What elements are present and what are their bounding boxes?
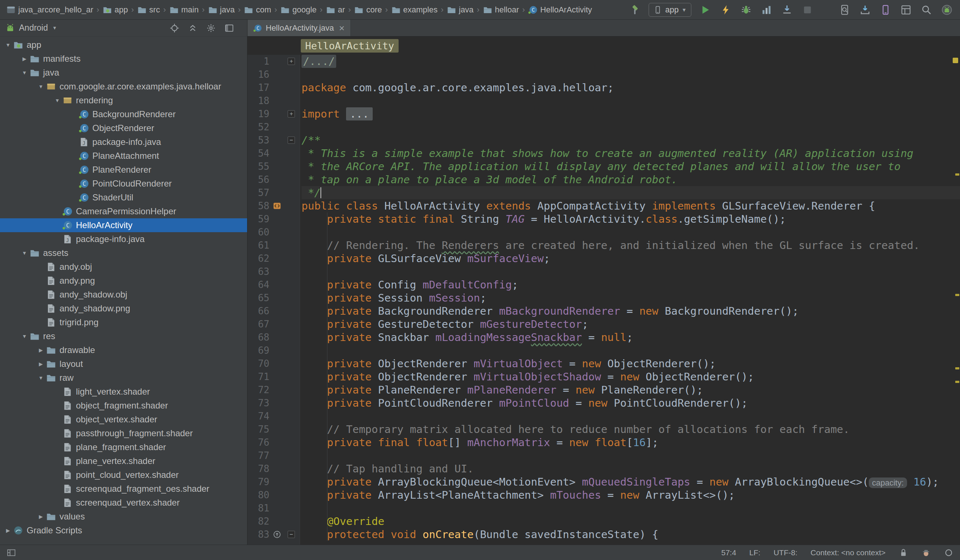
warning-stripe-mark[interactable] — [955, 367, 959, 370]
tree-item[interactable]: ▼java — [0, 66, 247, 80]
inspections-profile-icon[interactable] — [921, 548, 931, 557]
gutter[interactable]: 1+16171819+5253−545556575859606162636465… — [248, 55, 300, 545]
context-widget[interactable]: Context: <no context> — [811, 548, 886, 557]
code-line[interactable] — [301, 449, 960, 462]
gutter-line[interactable]: 57 — [248, 186, 300, 199]
tree-item[interactable]: ▼app — [0, 38, 247, 52]
tree-item[interactable]: ▼rendering — [0, 93, 247, 107]
toolwindow-switcher-icon[interactable] — [6, 548, 16, 557]
line-number[interactable]: 71 — [250, 371, 269, 382]
write-access-lock-icon[interactable] — [899, 548, 908, 557]
warning-stripe-mark[interactable] — [955, 381, 959, 383]
chevron-down-icon[interactable]: ▼ — [4, 42, 13, 48]
code-line[interactable]: private ArrayList<PlaneAttachment> mTouc… — [301, 488, 960, 502]
code-line[interactable]: // Tap handling and UI. — [301, 462, 960, 475]
chevron-right-icon[interactable]: ▶ — [37, 361, 45, 367]
line-number[interactable]: 69 — [250, 345, 269, 356]
code-line[interactable]: /** — [301, 134, 960, 147]
warning-stripe-mark[interactable] — [955, 173, 959, 176]
breadcrumb-item[interactable]: ar — [325, 5, 346, 14]
line-number[interactable]: 78 — [250, 463, 269, 474]
breadcrumb-item[interactable]: java_arcore_hello_ar — [5, 5, 94, 14]
line-number[interactable]: 73 — [250, 398, 269, 408]
line-number[interactable]: 18 — [250, 95, 269, 106]
gutter-line[interactable]: 64 — [248, 278, 300, 291]
project-view-selector[interactable]: Android — [19, 23, 48, 33]
tree-item[interactable]: ▼raw — [0, 371, 247, 385]
gutter-line[interactable]: 78 — [248, 462, 300, 475]
line-number[interactable]: 81 — [250, 503, 269, 514]
line-number[interactable]: 70 — [250, 358, 269, 369]
tree-item[interactable]: andy.obj — [0, 260, 247, 274]
line-number[interactable]: 57 — [250, 187, 269, 198]
line-number[interactable]: 52 — [250, 122, 269, 133]
code-line[interactable]: private ObjectRenderer mVirtualObject = … — [301, 357, 960, 370]
code-line[interactable]: private ObjectRenderer mVirtualObjectSha… — [301, 370, 960, 383]
line-number[interactable]: 64 — [250, 279, 269, 290]
tree-item[interactable]: ▶values — [0, 510, 247, 523]
assistant-button[interactable] — [940, 3, 954, 16]
tree-item[interactable]: CBackgroundRenderer — [0, 107, 247, 121]
line-number[interactable]: 72 — [250, 384, 269, 395]
line-number[interactable]: 68 — [250, 332, 269, 343]
run-config-selector[interactable]: app▼ — [649, 3, 691, 17]
tree-item[interactable]: andy.png — [0, 274, 247, 288]
tree-item[interactable]: CCameraPermissionHelper — [0, 205, 247, 218]
code-line[interactable] — [301, 226, 960, 239]
tree-item[interactable]: trigrid.png — [0, 315, 247, 329]
apply-changes-button[interactable] — [719, 3, 732, 16]
chevron-right-icon[interactable]: ▶ — [20, 56, 29, 62]
line-number[interactable]: 76 — [250, 437, 269, 448]
gutter-line[interactable]: 56 — [248, 173, 300, 186]
chevron-down-icon[interactable]: ▼ — [53, 98, 62, 103]
encoding-widget[interactable]: UTF-8: — [773, 548, 797, 557]
tree-item[interactable]: object_vertex.shader — [0, 413, 247, 426]
code-line[interactable] — [301, 410, 960, 423]
line-number[interactable]: 59 — [250, 214, 269, 224]
code-line[interactable]: * tap on a plane to place a 3d model of … — [301, 173, 960, 186]
code-line[interactable]: protected void onCreate(Bundle savedInst… — [301, 528, 960, 541]
tree-item[interactable]: CHelloArActivity — [0, 218, 247, 232]
tree-item[interactable]: CObjectRenderer — [0, 121, 247, 135]
hide-panel-icon[interactable] — [224, 23, 234, 33]
tree-item[interactable]: Jpackage-info.java — [0, 232, 247, 246]
background-tasks-icon[interactable] — [944, 548, 954, 557]
tree-item[interactable]: light_vertex.shader — [0, 385, 247, 398]
device-file-explorer-button[interactable] — [879, 3, 892, 16]
override-marker-icon[interactable] — [273, 530, 282, 539]
tree-item[interactable]: CPlaneRenderer — [0, 163, 247, 177]
gutter-line[interactable]: 59 — [248, 213, 300, 226]
tree-item[interactable]: screenquad_vertex.shader — [0, 496, 247, 510]
line-number[interactable]: 54 — [250, 148, 269, 159]
inspection-indicator[interactable] — [953, 58, 958, 63]
code-line[interactable]: public class HelloArActivity extends App… — [301, 199, 960, 213]
gutter-line[interactable]: 80 — [248, 488, 300, 502]
warning-stripe-mark[interactable] — [955, 294, 959, 296]
sdk-manager-button[interactable] — [859, 3, 872, 16]
build-hammer-button[interactable] — [628, 3, 642, 16]
breadcrumb-item[interactable]: app — [101, 5, 129, 14]
device-monitor-button[interactable] — [838, 3, 851, 16]
code-lines[interactable]: /.../package com.google.ar.core.examples… — [300, 55, 960, 545]
code-line[interactable]: // Rendering. The Renderers are created … — [301, 239, 960, 252]
code-line[interactable]: private GLSurfaceView mSurfaceView; — [301, 252, 960, 265]
line-number[interactable]: 17 — [250, 82, 269, 93]
line-number[interactable]: 67 — [250, 319, 269, 330]
code-line[interactable]: private PointCloudRenderer mPointCloud =… — [301, 397, 960, 410]
gutter-line[interactable]: 53− — [248, 134, 300, 147]
tree-item[interactable]: ▶layout — [0, 357, 247, 371]
fold-minus-icon[interactable]: − — [288, 136, 295, 144]
code-line[interactable]: private static final String TAG = HelloA… — [301, 213, 960, 226]
code-line[interactable]: package com.google.ar.core.examples.java… — [301, 81, 960, 94]
gutter-line[interactable]: 62 — [248, 252, 300, 265]
tree-item[interactable]: passthrough_fragment.shader — [0, 426, 247, 440]
tree-item[interactable]: plane_vertex.shader — [0, 454, 247, 468]
gutter-line[interactable]: 74 — [248, 410, 300, 423]
chevron-down-icon[interactable]: ▼ — [20, 333, 29, 339]
gutter-line[interactable]: 61 — [248, 239, 300, 252]
tree-item[interactable]: ▶drawable — [0, 343, 247, 357]
line-number[interactable]: 65 — [250, 293, 269, 303]
gutter-line[interactable]: 71 — [248, 370, 300, 383]
line-number[interactable]: 75 — [250, 424, 269, 435]
gutter-line[interactable]: 69 — [248, 344, 300, 357]
